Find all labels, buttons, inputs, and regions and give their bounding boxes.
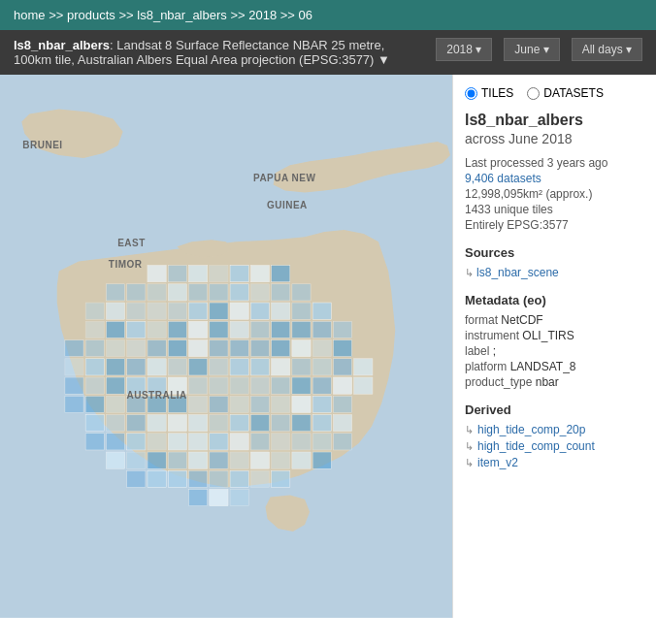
svg-rect-41 [210,321,228,338]
svg-rect-133 [127,452,146,468]
svg-rect-111 [189,415,208,432]
nav-product[interactable]: ls8_nbar_albers [137,8,227,22]
sources-item: ↳ ls8_nbar_scene [465,266,644,279]
datasets-radio-label[interactable]: DATASETS [527,86,604,100]
svg-rect-68 [189,359,208,375]
svg-rect-141 [292,452,311,468]
derived-title: Derived [465,402,644,417]
svg-rect-115 [272,415,290,432]
svg-rect-69 [210,359,228,375]
svg-rect-46 [312,321,331,338]
unique-tiles: 1433 unique tiles [465,203,644,216]
svg-rect-8 [189,266,208,282]
svg-rect-87 [272,377,290,394]
svg-rect-135 [168,452,186,468]
datasets-radio[interactable] [527,87,540,100]
svg-rect-67 [168,359,186,375]
svg-rect-57 [250,340,269,357]
derived-link[interactable]: ↳ item_v2 [465,456,644,469]
svg-rect-63 [85,359,104,375]
svg-rect-104 [312,396,331,412]
svg-rect-76 [354,359,373,375]
sidebar: TILES DATASETS ls8_nbar_albers across Ju… [452,75,656,618]
svg-rect-40 [189,321,208,338]
svg-rect-45 [292,321,311,338]
svg-rect-72 [272,359,290,375]
svg-rect-44 [272,321,290,338]
svg-rect-136 [189,452,208,468]
svg-rect-123 [168,434,186,450]
svg-rect-61 [333,340,351,357]
svg-rect-35 [85,321,104,338]
svg-rect-129 [292,434,311,450]
svg-rect-117 [312,415,331,432]
svg-rect-119 [85,434,104,450]
nav-year[interactable]: 2018 [248,8,277,22]
svg-rect-145 [168,470,186,487]
svg-rect-26 [148,303,166,319]
svg-rect-105 [333,396,351,412]
datasets-link[interactable]: 9,406 datasets [465,172,541,185]
svg-rect-12 [272,266,290,282]
svg-rect-7 [168,266,186,282]
svg-rect-149 [250,470,269,487]
svg-rect-34 [312,303,331,319]
svg-rect-54 [189,340,208,357]
svg-rect-65 [127,359,146,375]
svg-rect-91 [354,377,373,394]
svg-rect-92 [65,396,83,412]
svg-rect-9 [210,266,228,282]
nav-home[interactable]: home [14,8,46,22]
svg-rect-96 [148,396,166,412]
source-link[interactable]: ls8_nbar_scene [476,266,559,279]
svg-rect-89 [312,377,331,394]
area-info: 12,998,095km² (approx.) [465,187,644,201]
derived-link[interactable]: ↳ high_tide_comp_20p [465,423,644,436]
svg-rect-39 [168,321,186,338]
svg-rect-113 [230,415,248,432]
svg-rect-55 [210,340,228,357]
svg-rect-10 [230,266,248,282]
metadata-row: instrument OLI_TIRS [465,329,644,342]
svg-rect-31 [250,303,269,319]
svg-rect-152 [210,490,228,506]
svg-rect-146 [189,470,208,487]
svg-rect-28 [189,303,208,319]
tiles-radio[interactable] [465,87,477,100]
map-svg [0,75,452,618]
svg-rect-75 [333,359,351,375]
svg-rect-20 [250,284,269,301]
svg-rect-86 [250,377,269,394]
derived-link[interactable]: ↳ high_tide_comp_count [465,439,644,453]
nav-sep4: >> [280,8,295,22]
nav-sep1: >> [49,8,63,22]
svg-rect-62 [65,359,83,375]
svg-rect-97 [168,396,186,412]
svg-rect-30 [230,303,248,319]
svg-rect-17 [189,284,208,301]
svg-rect-29 [210,303,228,319]
tiles-radio-label[interactable]: TILES [465,86,513,100]
svg-rect-109 [148,415,166,432]
svg-rect-143 [127,470,146,487]
svg-rect-122 [148,434,166,450]
svg-rect-15 [148,284,166,301]
svg-rect-51 [127,340,146,357]
metadata-row: label ; [465,344,644,358]
svg-rect-77 [65,377,83,394]
days-dropdown[interactable]: All days ▾ [572,38,642,61]
svg-rect-33 [292,303,311,319]
nav-sep2: >> [118,8,133,22]
datasets-label: DATASETS [543,86,604,100]
breadcrumb: home >> products >> ls8_nbar_albers >> 2… [0,0,656,30]
metadata-title: Metadata (eo) [465,293,644,307]
metadata-row: format NetCDF [465,313,644,327]
svg-rect-37 [127,321,146,338]
nav-products[interactable]: products [67,8,115,22]
product-title: ls8_nbar_albers: Landsat 8 Surface Refle… [14,38,424,67]
svg-rect-84 [210,377,228,394]
month-dropdown[interactable]: June ▾ [504,38,559,61]
svg-rect-121 [127,434,146,450]
svg-rect-19 [230,284,248,301]
year-dropdown[interactable]: 2018 ▾ [436,38,492,61]
